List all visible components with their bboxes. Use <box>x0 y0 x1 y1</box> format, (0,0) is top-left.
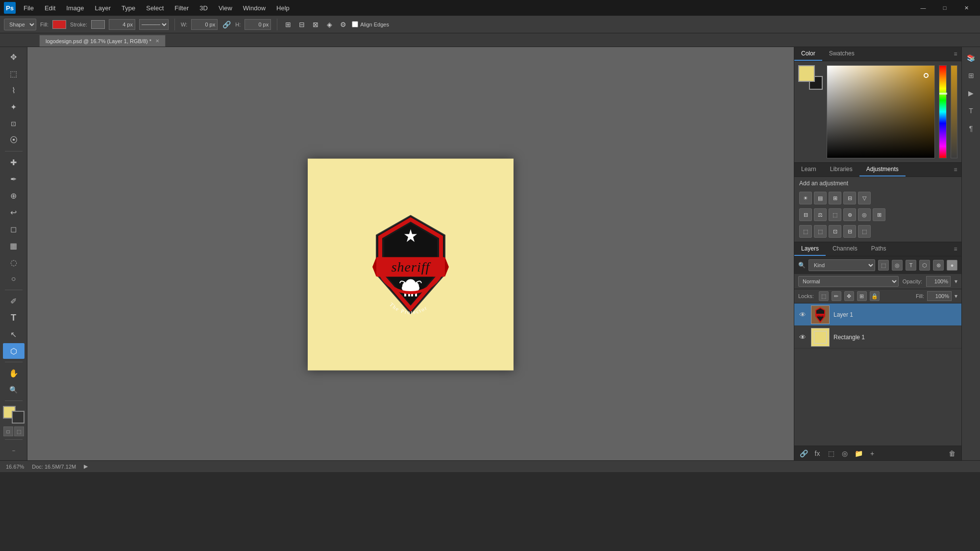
path-ops-icon[interactable]: ⊟ <box>297 20 307 29</box>
heal-tool-button[interactable]: ✚ <box>3 154 24 170</box>
stroke-width-input[interactable] <box>109 19 135 30</box>
magic-wand-button[interactable]: ✦ <box>3 99 24 115</box>
menu-3d[interactable]: 3D <box>195 2 213 14</box>
align-edges-checkbox[interactable]: Align Edges <box>352 21 389 27</box>
menu-view[interactable]: View <box>214 2 237 14</box>
path-select-button[interactable]: ↖ <box>3 326 24 342</box>
opacity-dropdown-icon[interactable]: ▾ <box>955 278 957 285</box>
height-input[interactable] <box>245 19 271 30</box>
adjust-filter-btn[interactable]: ◎ <box>892 260 903 271</box>
gradient-bucket-button[interactable]: ▦ <box>3 238 24 253</box>
new-layer-btn[interactable]: + <box>867 448 878 459</box>
stroke-color-swatch[interactable] <box>91 20 105 29</box>
canvas-area[interactable]: sheriff <box>27 47 794 460</box>
layer-row[interactable]: 👁 sheriff Layer 1 <box>794 303 961 326</box>
menu-filter[interactable]: Filter <box>170 2 194 14</box>
zoom-tool-button[interactable]: 🔍 <box>3 382 24 398</box>
move-tool-button[interactable]: ✥ <box>3 49 24 65</box>
layer-visibility-toggle[interactable]: 👁 <box>798 333 807 342</box>
align-edges-check[interactable] <box>352 21 358 27</box>
doc-tab-close-button[interactable]: ✕ <box>155 38 159 44</box>
shape-tool-button[interactable]: ⬡ <box>3 343 24 359</box>
fill-color-swatch[interactable] <box>52 20 66 29</box>
pen-tool-button[interactable]: ✐ <box>3 293 24 309</box>
menu-select[interactable]: Select <box>141 2 169 14</box>
lock-move-btn[interactable]: ✥ <box>844 291 854 301</box>
lock-artboard-btn[interactable]: ⊞ <box>857 291 867 301</box>
tab-layers[interactable]: Layers <box>794 242 826 256</box>
brush-tool-button[interactable]: ✒ <box>3 171 24 187</box>
tab-libraries[interactable]: Libraries <box>823 163 859 176</box>
history-brush-button[interactable]: ↩ <box>3 204 24 220</box>
posterize-adj-btn[interactable]: ⬚ <box>814 225 827 238</box>
eyedropper-button[interactable]: ⦿ <box>3 132 24 148</box>
layer-kind-select[interactable]: Kind <box>808 259 875 271</box>
menu-file[interactable]: File <box>19 2 39 14</box>
tab-swatches[interactable]: Swatches <box>822 47 861 61</box>
crop-tool-button[interactable]: ⊡ <box>3 116 24 131</box>
minimize-button[interactable]: — <box>913 1 933 15</box>
document-canvas[interactable]: sheriff <box>308 158 514 370</box>
marquee-tool-button[interactable]: ⬚ <box>3 66 24 81</box>
link-proportions-icon[interactable]: 🔗 <box>221 20 231 29</box>
layers-panel-expand[interactable]: ≡ <box>950 243 961 255</box>
fg-swatch[interactable] <box>798 65 815 82</box>
lock-pixels-btn[interactable]: ⬚ <box>819 291 829 301</box>
colorlookup-adj-btn[interactable]: ⊞ <box>873 208 885 221</box>
blend-mode-select[interactable]: Normal <box>798 276 899 287</box>
lasso-tool-button[interactable]: ⌇ <box>3 82 24 98</box>
gradientmap-adj-btn[interactable]: ⊟ <box>843 225 856 238</box>
tab-adjustments[interactable]: Adjustments <box>859 163 906 176</box>
align-icon[interactable]: ⊞ <box>283 20 293 29</box>
blur-button[interactable]: ◌ <box>3 254 24 270</box>
shape-filter-btn[interactable]: ⬡ <box>919 260 930 271</box>
standard-mode-button[interactable]: □ <box>3 426 13 436</box>
path-arrange-icon[interactable]: ◈ <box>324 20 334 29</box>
color-panel-expand[interactable]: ≡ <box>950 48 961 60</box>
hue-slider[interactable] <box>939 65 947 158</box>
smart-filter-btn[interactable]: ⊛ <box>933 260 944 271</box>
layer-visibility-toggle[interactable]: 👁 <box>798 310 807 319</box>
tab-channels[interactable]: Channels <box>826 242 864 256</box>
vibrance-adj-btn[interactable]: ▽ <box>858 192 871 204</box>
panel-icon-paragraph[interactable]: ¶ <box>964 122 978 135</box>
text-tool-button[interactable]: T <box>3 310 24 326</box>
panel-icon-type[interactable]: T <box>964 104 978 118</box>
menu-type[interactable]: Type <box>117 2 140 14</box>
photofilter-adj-btn[interactable]: ⊛ <box>843 208 856 221</box>
path-align-icon[interactable]: ⊠ <box>311 20 320 29</box>
background-color[interactable] <box>12 411 24 424</box>
width-input[interactable] <box>191 19 218 30</box>
menu-help[interactable]: Help <box>271 2 294 14</box>
menu-window[interactable]: Window <box>238 2 270 14</box>
tab-learn[interactable]: Learn <box>794 163 823 176</box>
lock-all-btn[interactable]: 🔒 <box>870 291 880 301</box>
adj-panel-expand[interactable]: ≡ <box>950 164 961 175</box>
layer-row[interactable]: 👁 Rectangle 1 <box>794 326 961 349</box>
channelmixer-adj-btn[interactable]: ◎ <box>858 208 871 221</box>
color-gradient-picker[interactable] <box>827 65 935 158</box>
new-fill-btn[interactable]: ◎ <box>839 448 850 459</box>
lock-paint-btn[interactable]: ✏ <box>832 291 841 301</box>
panel-icon-properties[interactable]: ⊞ <box>964 69 978 82</box>
add-mask-btn[interactable]: ⬚ <box>826 448 836 459</box>
hand-tool-button[interactable]: ✋ <box>3 365 24 381</box>
curves-adj-btn[interactable]: ⊞ <box>829 192 841 204</box>
eraser-button[interactable]: ◻ <box>3 221 24 237</box>
new-group-btn[interactable]: 📁 <box>853 448 864 459</box>
add-style-btn[interactable]: fx <box>812 448 823 459</box>
alpha-slider[interactable] <box>951 65 957 158</box>
stamp-tool-button[interactable]: ⊕ <box>3 188 24 203</box>
panel-icon-learn[interactable]: 📚 <box>964 51 978 65</box>
levels-adj-btn[interactable]: ▤ <box>814 192 827 204</box>
brightness-adj-btn[interactable]: ☀ <box>799 192 812 204</box>
exposure-adj-btn[interactable]: ⊟ <box>843 192 856 204</box>
type-filter-btn[interactable]: T <box>906 260 916 271</box>
invert-adj-btn[interactable]: ⬚ <box>799 225 812 238</box>
shape-mode-select[interactable]: Shape Path Pixels <box>4 19 36 30</box>
panel-icon-action[interactable]: ▶ <box>964 86 978 100</box>
tab-color[interactable]: Color <box>794 47 822 61</box>
settings-icon[interactable]: ⚙ <box>338 20 348 29</box>
bw-adj-btn[interactable]: ⬚ <box>829 208 841 221</box>
opacity-input[interactable]: 100% <box>926 276 951 287</box>
